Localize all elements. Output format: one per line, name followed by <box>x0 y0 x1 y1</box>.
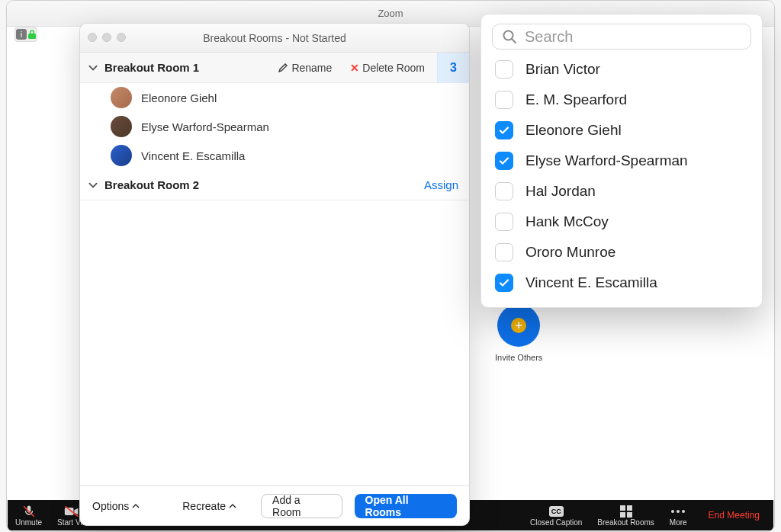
mic-muted-icon <box>22 505 36 518</box>
participant-name: Eleonore Giehl <box>525 122 622 139</box>
search-input[interactable] <box>525 28 741 46</box>
cc-icon: CC <box>549 505 564 518</box>
options-label: Options <box>92 500 129 512</box>
checkbox[interactable] <box>495 60 513 79</box>
open-all-label: Open All Rooms <box>365 494 446 518</box>
check-icon <box>499 155 509 166</box>
room-header-2[interactable]: Breakout Room 2 Assign <box>80 170 469 200</box>
recreate-label: Recreate <box>182 500 226 512</box>
participant-row[interactable]: Eleonore Giehl <box>80 83 469 112</box>
room-1-count[interactable]: 3 <box>437 53 469 83</box>
participant-row[interactable]: Vincent E. Escamilla <box>80 141 469 170</box>
more-label: More <box>670 518 687 527</box>
room-header-1[interactable]: Breakout Room 1 Rename ✕ Delete Room 3 <box>80 53 469 83</box>
add-room-button[interactable]: Add a Room <box>261 494 342 518</box>
room-2-name: Breakout Room 2 <box>104 178 199 191</box>
cc-label: Closed Caption <box>530 518 582 527</box>
participant-name: E. M. Spearford <box>525 91 627 108</box>
checkbox[interactable] <box>495 274 513 292</box>
participant-row[interactable]: Elyse Warford-Spearman <box>80 112 469 141</box>
invite-others-label: Invite Others <box>495 353 542 362</box>
participant-checkbox-row[interactable]: E. M. Spearford <box>492 85 751 115</box>
add-room-label: Add a Room <box>272 494 330 518</box>
search-icon <box>502 29 517 44</box>
meeting-security-badge[interactable]: i <box>14 27 37 42</box>
breakout-rooms-button[interactable]: Breakout Rooms <box>590 500 661 530</box>
svg-rect-5 <box>620 512 625 518</box>
participant-name: Ororo Munroe <box>525 244 615 261</box>
participant-name: Vincent E. Escamilla <box>525 274 657 291</box>
participant-checkbox-row[interactable]: Ororo Munroe <box>492 237 751 268</box>
assign-participants-popover: Brian VictorE. M. SpearfordEleonore Gieh… <box>480 14 763 308</box>
checkbox[interactable] <box>495 243 513 261</box>
unmute-button[interactable]: Unmute <box>8 500 50 530</box>
info-icon: i <box>16 29 27 40</box>
video-off-icon <box>64 505 79 518</box>
participant-checkbox-row[interactable]: Hal Jordan <box>492 176 751 207</box>
svg-rect-6 <box>627 512 632 518</box>
grid-icon <box>620 505 632 518</box>
rename-room-button[interactable]: Rename <box>272 62 338 74</box>
chevron-down-icon <box>88 180 98 191</box>
plus-icon: + <box>511 318 526 333</box>
participant-checkbox-row[interactable]: Brian Victor <box>492 54 751 85</box>
modal-titlebar[interactable]: Breakout Rooms - Not Started <box>80 24 469 53</box>
search-field[interactable] <box>492 24 751 50</box>
zoom-window-icon[interactable] <box>117 33 126 42</box>
participant-name: Elyse Warford-Spearman <box>525 152 688 169</box>
assign-button[interactable]: Assign <box>424 178 461 191</box>
end-meeting-button[interactable]: End Meeting <box>695 510 773 521</box>
checkbox[interactable] <box>495 152 513 170</box>
modal-footer: Options Recreate Add a Room Open All Roo… <box>80 486 469 525</box>
checkbox[interactable] <box>495 213 513 231</box>
lock-icon <box>28 30 36 39</box>
avatar <box>111 145 132 166</box>
closed-caption-button[interactable]: CC Closed Caption <box>522 500 590 530</box>
participant-checkbox-row[interactable]: Eleonore Giehl <box>492 115 751 146</box>
participant-checkbox-row[interactable]: Hank McCoy <box>492 207 751 237</box>
invite-others-button[interactable]: + <box>497 304 540 347</box>
participant-name: Hank McCoy <box>525 213 609 230</box>
unmute-label: Unmute <box>15 518 42 527</box>
window-controls[interactable] <box>88 33 126 42</box>
room-1-name: Breakout Room 1 <box>104 61 199 74</box>
invite-others[interactable]: + Invite Others <box>495 304 542 362</box>
checkbox[interactable] <box>495 182 513 200</box>
participant-name: Hal Jordan <box>525 183 596 200</box>
delete-label: Delete Room <box>362 62 425 74</box>
breakout-rooms-modal: Breakout Rooms - Not Started Breakout Ro… <box>79 23 470 526</box>
svg-point-7 <box>671 510 674 513</box>
svg-point-9 <box>682 510 685 513</box>
check-icon <box>499 277 509 288</box>
participant-checklist: Brian VictorE. M. SpearfordEleonore Gieh… <box>492 54 751 298</box>
minimize-window-icon[interactable] <box>102 33 111 42</box>
delete-room-button[interactable]: ✕ Delete Room <box>344 62 431 74</box>
options-menu[interactable]: Options <box>92 500 140 512</box>
close-window-icon[interactable] <box>88 33 97 42</box>
svg-point-8 <box>677 510 680 513</box>
svg-line-11 <box>512 39 516 43</box>
participant-checkbox-row[interactable]: Vincent E. Escamilla <box>492 268 751 298</box>
recreate-menu[interactable]: Recreate <box>182 500 236 512</box>
more-button[interactable]: More <box>662 500 695 530</box>
participant-checkbox-row[interactable]: Elyse Warford-Spearman <box>492 146 751 176</box>
x-icon: ✕ <box>350 62 359 74</box>
avatar <box>111 116 132 137</box>
more-icon <box>670 505 686 518</box>
breakout-label: Breakout Rooms <box>597 518 654 527</box>
open-all-rooms-button[interactable]: Open All Rooms <box>355 494 457 518</box>
chevron-up-icon <box>229 502 236 510</box>
pencil-icon <box>278 62 288 73</box>
modal-title: Breakout Rooms - Not Started <box>203 32 346 44</box>
checkbox[interactable] <box>495 91 513 109</box>
modal-body: Breakout Room 1 Rename ✕ Delete Room 3 E… <box>80 53 469 486</box>
chevron-up-icon <box>132 502 140 510</box>
participant-name: Eleonore Giehl <box>141 91 217 104</box>
check-icon <box>499 125 509 136</box>
rename-label: Rename <box>291 62 332 74</box>
chevron-down-icon <box>88 62 98 73</box>
avatar <box>111 87 132 108</box>
checkbox[interactable] <box>495 121 513 139</box>
participant-name: Brian Victor <box>525 61 600 78</box>
end-meeting-label: End Meeting <box>709 510 760 521</box>
